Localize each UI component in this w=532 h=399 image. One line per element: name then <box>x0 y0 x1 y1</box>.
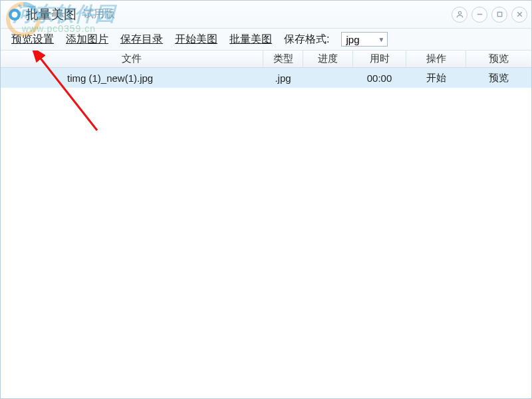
column-time[interactable]: 用时 <box>353 51 406 67</box>
column-preview[interactable]: 预览 <box>466 51 531 67</box>
start-beautify-button[interactable]: 开始美图 <box>175 33 217 47</box>
close-icon[interactable] <box>511 7 527 23</box>
save-format-value: jpg <box>346 34 359 45</box>
save-directory-button[interactable]: 保存目录 <box>120 33 163 47</box>
preview-settings-button[interactable]: 预览设置 <box>11 33 54 47</box>
batch-beautify-button[interactable]: 批量美图 <box>229 33 272 47</box>
add-images-button[interactable]: 添加图片 <box>66 33 108 47</box>
cell-operate-button[interactable]: 开始 <box>406 68 466 88</box>
svg-line-6 <box>517 12 521 16</box>
column-type[interactable]: 类型 <box>263 51 303 67</box>
cell-time: 00:00 <box>353 68 406 88</box>
column-progress[interactable]: 进度 <box>303 51 353 67</box>
save-format-label: 保存格式: <box>284 33 329 47</box>
cell-type: .jpg <box>263 68 303 88</box>
save-format-select[interactable]: jpg ▼ <box>341 32 388 47</box>
column-operate[interactable]: 操作 <box>406 51 466 67</box>
app-title: 批量美图 <box>26 6 76 23</box>
chevron-down-icon: ▼ <box>378 36 385 43</box>
cell-file: timg (1)_new(1).jpg <box>1 68 263 88</box>
table-row[interactable]: timg (1)_new(1).jpg.jpg00:00开始预览 <box>1 68 531 88</box>
maximize-icon[interactable] <box>491 7 507 23</box>
minimize-icon[interactable] <box>471 7 487 23</box>
title-bar: 批量美图 试用版 <box>1 1 531 29</box>
user-icon[interactable] <box>452 7 467 23</box>
cell-progress <box>303 68 353 88</box>
app-icon <box>7 7 22 22</box>
column-file[interactable]: 文件 <box>1 51 263 67</box>
toolbar: 预览设置 添加图片 保存目录 开始美图 批量美图 保存格式: jpg ▼ <box>1 29 531 51</box>
svg-rect-5 <box>497 12 501 16</box>
svg-point-3 <box>458 11 461 14</box>
cell-preview-button[interactable]: 预览 <box>466 68 531 88</box>
table-body: timg (1)_new(1).jpg.jpg00:00开始预览 <box>1 68 531 398</box>
table-header: 文件 类型 进度 用时 操作 预览 <box>1 51 531 68</box>
app-window: 河东软件园 www.pc0359.cn 批量美图 试用版 预览设置 添加图片 保… <box>0 0 532 399</box>
app-subtitle: 试用版 <box>83 7 115 21</box>
svg-line-7 <box>517 12 521 16</box>
svg-point-2 <box>12 11 18 17</box>
